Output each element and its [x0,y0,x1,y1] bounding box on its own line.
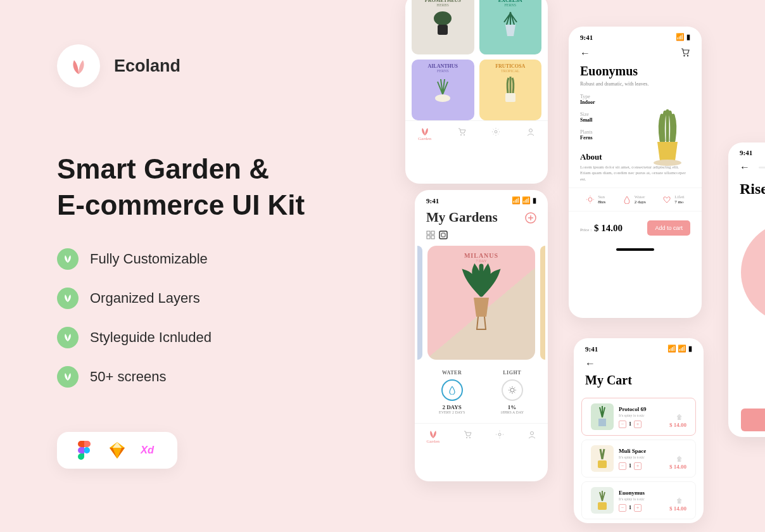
brand-name: Ecoland [114,56,180,76]
plant-tile[interactable]: EXCELSA FERNS [479,0,542,54]
tool-chip: Xd [57,432,177,469]
headline-line-1: Smart Garden & [57,153,269,184]
rise-cta-button[interactable] [741,408,765,431]
svg-point-6 [460,134,462,136]
price-value: $ 14.00 [594,223,623,233]
feature-item: Styleguide Icnluded [57,327,361,348]
cart-item: Muli Space It's spiny is toxic −1+$ 14.0… [581,440,696,478]
light-gauge[interactable] [502,379,523,401]
cart-item-name: Protocol 69 [619,406,686,412]
add-icon[interactable] [525,212,536,224]
nav-garden[interactable]: Garden [426,430,439,444]
care-label: Water [635,194,646,200]
single-view-icon[interactable] [439,231,448,239]
plant-icon [430,10,455,39]
care-value: 2 days [635,200,646,205]
qty-minus-button[interactable]: − [619,462,626,470]
status-time: 9:41 [426,197,439,205]
svg-rect-11 [427,231,430,234]
plant-tile[interactable]: FRUTICOSA TROPICAL [479,60,542,120]
nav-label: Garden [426,439,439,444]
qty-plus-button[interactable]: + [634,421,642,428]
tile-name: AILANTHUS [427,63,458,69]
add-to-cart-button[interactable]: Add to cart [647,220,690,236]
brand-row: Ecoland [57,44,361,87]
plant-tile[interactable]: PROMETHEUS HERBS [412,0,474,54]
svg-rect-28 [598,502,607,510]
spec-value: Indoor [580,99,690,105]
headline-line-2: E-commerce UI Kit [57,189,305,220]
screen-my-gardens: 9:41📶 📶 ▮ My Gardens MILANUS 7 DAY WATER… [415,190,548,481]
product-plant-icon [645,109,690,172]
brand-logo [57,44,100,87]
qty-minus-button[interactable]: − [619,504,626,512]
feature-list: Fully Customizable Organized Layers Styl… [57,248,361,388]
svg-point-24 [654,160,681,166]
cart-item: Euonymus It's spiny is toxic −1+$ 14.00 … [581,481,696,519]
stat-sub: EVERY 2 DAYS [439,410,465,414]
nav-settings[interactable] [491,127,500,141]
delete-icon[interactable]: 🗑 [676,497,683,504]
nav-garden[interactable]: Garden [418,127,431,141]
svg-text:Xd: Xd [141,445,155,456]
back-button[interactable]: ← [585,358,595,369]
screen-rise: 9:41 ← Rise Wait f You'll kno [728,142,765,437]
grid-view-icon[interactable] [426,231,435,239]
plant-tile[interactable]: AILANTHUS FERNS [412,60,474,120]
delete-icon[interactable]: 🗑 [676,414,683,421]
svg-rect-3 [438,25,448,35]
cart-icon[interactable] [680,48,690,58]
delete-icon[interactable]: 🗑 [676,455,683,462]
nav-profile[interactable] [528,430,536,444]
stat-water: WATER 2 DAYS EVERY 2 DAYS [439,370,465,414]
svg-rect-26 [598,419,606,426]
svg-rect-14 [431,236,434,239]
status-icons: 📶 ▮ [676,33,690,41]
svg-rect-13 [427,236,430,239]
svg-point-9 [529,129,532,132]
nav-profile[interactable] [526,127,535,141]
check-circle-icon [57,248,79,270]
nav-cart[interactable] [463,430,472,444]
feature-item: Organized Layers [57,288,361,309]
qty-plus-button[interactable]: + [634,504,642,512]
back-button[interactable]: ← [580,48,590,59]
qty-plus-button[interactable]: + [634,462,642,470]
status-icons: 📶 📶 ▮ [512,196,537,205]
gear-icon [491,127,500,136]
adobe-xd-icon: Xd [141,441,160,460]
feature-item: 50+ screens [57,366,361,388]
profile-icon [526,127,535,136]
screen-cart: 9:41📶 📶 ▮ ← My Cart Protocol 69 It's spi… [574,338,704,523]
screen-garden-grid: PROMETHEUS HERBS EXCELSA FERNS AILANTHUS… [405,0,548,184]
status-icons: 📶 📶 ▮ [667,345,693,353]
cart-thumb [591,403,614,430]
water-gauge[interactable] [441,379,463,401]
plant-monstera-icon [453,263,510,332]
qty-value: 1 [629,421,631,427]
stat-value: 1% [508,404,517,410]
price-label: Price : [580,227,591,232]
heart-icon [662,195,671,204]
plant-icon [498,75,523,104]
feature-text: 50+ screens [90,369,166,385]
check-circle-icon [57,327,79,348]
care-water: Water2 days [623,194,646,205]
figma-icon [75,441,94,460]
svg-point-0 [84,447,90,453]
cart-item-name: Muli Space [619,448,686,454]
status-time: 9:41 [585,345,598,353]
back-button[interactable]: ← [740,162,750,173]
garden-card[interactable]: MILANUS 7 DAY [427,246,535,360]
rise-title: Rise [728,175,765,203]
check-circle-icon [57,366,79,388]
sketch-icon [108,441,127,460]
svg-rect-15 [439,231,447,239]
nav-settings[interactable] [495,430,504,444]
svg-point-4 [435,94,450,102]
feature-text: Styleguide Icnluded [90,329,212,346]
product-subtitle: Robust and dramatic, with leaves. [569,80,702,94]
nav-cart[interactable] [457,127,466,141]
cart-item-price: $ 14.00 [669,464,686,470]
qty-minus-button[interactable]: − [619,421,626,428]
